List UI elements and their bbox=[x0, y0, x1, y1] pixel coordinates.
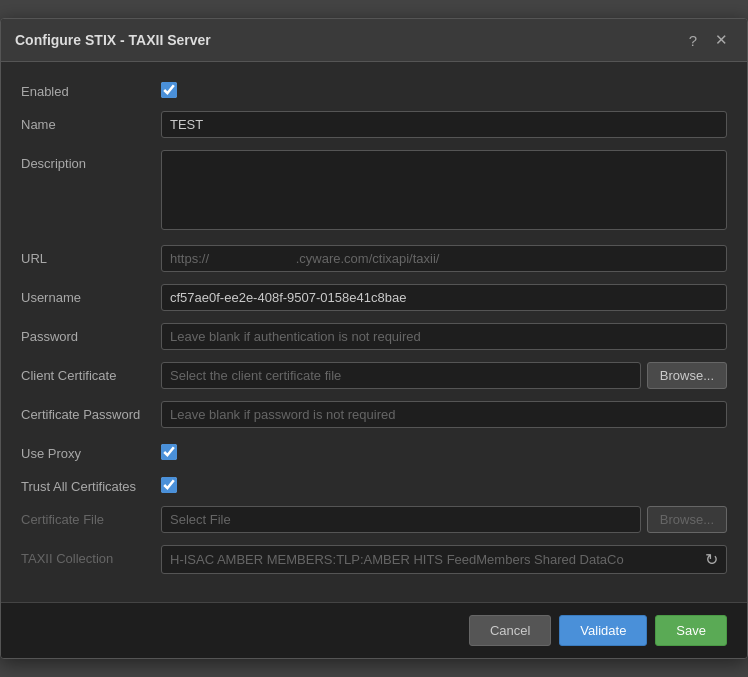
cert-file-control: Browse... bbox=[161, 506, 727, 533]
cert-file-input-row: Browse... bbox=[161, 506, 727, 533]
cert-password-row: Certificate Password bbox=[21, 401, 727, 428]
use-proxy-row: Use Proxy bbox=[21, 440, 727, 461]
trust-all-row: Trust All Certificates bbox=[21, 473, 727, 494]
password-label: Password bbox=[21, 323, 161, 344]
cert-file-label: Certificate File bbox=[21, 506, 161, 527]
url-row: URL bbox=[21, 245, 727, 272]
username-input[interactable] bbox=[161, 284, 727, 311]
url-label: URL bbox=[21, 245, 161, 266]
cert-file-input[interactable] bbox=[161, 506, 641, 533]
enabled-row: Enabled bbox=[21, 78, 727, 99]
description-textarea[interactable] bbox=[161, 150, 727, 230]
trust-all-control bbox=[161, 473, 727, 493]
taxii-collection-control: ↻ bbox=[161, 545, 727, 574]
cert-password-control bbox=[161, 401, 727, 428]
dialog-title: Configure STIX - TAXII Server bbox=[15, 32, 211, 48]
description-label: Description bbox=[21, 150, 161, 171]
password-row: Password bbox=[21, 323, 727, 350]
password-control bbox=[161, 323, 727, 350]
use-proxy-checkbox-wrap bbox=[161, 440, 727, 460]
client-cert-control: Browse... bbox=[161, 362, 727, 389]
client-cert-label: Client Certificate bbox=[21, 362, 161, 383]
trust-all-label: Trust All Certificates bbox=[21, 473, 161, 494]
dialog-footer: Cancel Validate Save bbox=[1, 602, 747, 658]
password-input[interactable] bbox=[161, 323, 727, 350]
url-input[interactable] bbox=[161, 245, 727, 272]
header-actions: ? ✕ bbox=[684, 29, 733, 51]
name-row: Name bbox=[21, 111, 727, 138]
use-proxy-control bbox=[161, 440, 727, 460]
username-label: Username bbox=[21, 284, 161, 305]
taxii-collection-label: TAXII Collection bbox=[21, 545, 161, 566]
validate-button[interactable]: Validate bbox=[559, 615, 647, 646]
cert-file-browse-button[interactable]: Browse... bbox=[647, 506, 727, 533]
trust-all-checkbox[interactable] bbox=[161, 477, 177, 493]
client-cert-input[interactable] bbox=[161, 362, 641, 389]
taxii-refresh-button[interactable]: ↻ bbox=[697, 546, 726, 573]
help-button[interactable]: ? bbox=[684, 30, 702, 51]
close-button[interactable]: ✕ bbox=[710, 29, 733, 51]
description-row: Description bbox=[21, 150, 727, 233]
cert-password-input[interactable] bbox=[161, 401, 727, 428]
username-row: Username bbox=[21, 284, 727, 311]
client-cert-file-row: Browse... bbox=[161, 362, 727, 389]
dialog-header: Configure STIX - TAXII Server ? ✕ bbox=[1, 19, 747, 62]
name-control bbox=[161, 111, 727, 138]
client-cert-browse-button[interactable]: Browse... bbox=[647, 362, 727, 389]
enabled-checkbox-wrap bbox=[161, 78, 727, 98]
enabled-control bbox=[161, 78, 727, 98]
use-proxy-checkbox[interactable] bbox=[161, 444, 177, 460]
username-control bbox=[161, 284, 727, 311]
url-control bbox=[161, 245, 727, 272]
use-proxy-label: Use Proxy bbox=[21, 440, 161, 461]
client-cert-row: Client Certificate Browse... bbox=[21, 362, 727, 389]
taxii-collection-input[interactable] bbox=[162, 547, 697, 572]
description-control bbox=[161, 150, 727, 233]
cert-file-row: Certificate File Browse... bbox=[21, 506, 727, 533]
trust-all-checkbox-wrap bbox=[161, 473, 727, 493]
cancel-button[interactable]: Cancel bbox=[469, 615, 551, 646]
enabled-checkbox[interactable] bbox=[161, 82, 177, 98]
taxii-collection-row: TAXII Collection ↻ bbox=[21, 545, 727, 574]
taxii-input-wrap: ↻ bbox=[161, 545, 727, 574]
save-button[interactable]: Save bbox=[655, 615, 727, 646]
cert-password-label: Certificate Password bbox=[21, 401, 161, 422]
name-input[interactable] bbox=[161, 111, 727, 138]
dialog-body: Enabled Name Description URL bbox=[1, 62, 747, 602]
name-label: Name bbox=[21, 111, 161, 132]
configure-dialog: Configure STIX - TAXII Server ? ✕ Enable… bbox=[0, 18, 748, 659]
enabled-label: Enabled bbox=[21, 78, 161, 99]
